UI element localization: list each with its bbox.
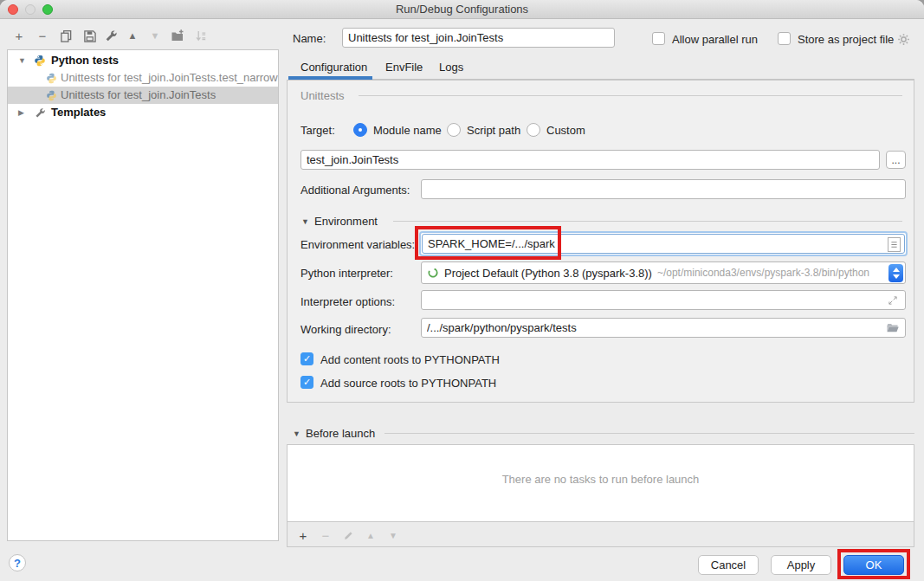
configuration-panel: Unittests Target: Module name Script pat…: [287, 80, 914, 403]
tree-item-label: Unittests for test_join.JoinTests.test_n…: [61, 69, 278, 87]
cancel-button[interactable]: Cancel: [698, 555, 759, 575]
edit-templates-button[interactable]: [102, 27, 120, 44]
move-down-button[interactable]: ▼: [146, 27, 164, 44]
titlebar: Run/Debug Configurations: [0, 0, 924, 19]
chevron-up-icon: [893, 268, 900, 272]
browse-variables-button[interactable]: [888, 237, 901, 252]
unittests-group-title: Unittests: [300, 89, 345, 102]
tab-envfile[interactable]: EnvFile: [385, 61, 423, 74]
radio-script-path-label: Script path: [467, 124, 520, 137]
help-button[interactable]: ?: [9, 554, 26, 571]
remove-task-button[interactable]: −: [317, 526, 334, 544]
working-directory-label: Working directory:: [300, 323, 391, 336]
edit-task-button[interactable]: [339, 526, 357, 544]
python-test-icon: [46, 89, 57, 104]
name-label: Name:: [293, 32, 326, 45]
minus-icon: −: [322, 528, 330, 543]
add-task-button[interactable]: +: [294, 526, 312, 544]
sort-alphabetically-icon: [195, 29, 208, 42]
expand-icon: [888, 295, 898, 306]
target-label: Target:: [300, 124, 335, 137]
before-launch-collapse-icon[interactable]: ▼: [293, 429, 300, 438]
add-content-roots-checkbox[interactable]: ✓: [300, 352, 313, 365]
question-mark-icon: ?: [14, 557, 21, 570]
conda-environment-icon: [427, 267, 439, 279]
interpreter-dropdown-stepper[interactable]: [888, 264, 903, 282]
before-launch-panel: There are no tasks to run before launch …: [287, 444, 914, 547]
gear-icon: [897, 33, 910, 46]
store-as-project-file-label: Store as project file: [798, 33, 894, 46]
allow-parallel-run-checkbox[interactable]: [652, 32, 665, 45]
browse-directory-button[interactable]: [885, 321, 899, 334]
additional-arguments-label: Additional Arguments:: [300, 184, 410, 197]
chevron-down-icon: [893, 274, 900, 279]
move-up-button[interactable]: ▲: [124, 27, 141, 44]
additional-arguments-input[interactable]: [421, 179, 906, 199]
environment-variables-label: Environment variables:: [300, 238, 415, 251]
folder-icon: [886, 322, 899, 334]
environment-variables-field-focus: [419, 231, 908, 256]
interpreter-options-label: Interpreter options:: [300, 295, 395, 308]
wrench-icon: [35, 107, 46, 121]
copy-configuration-button[interactable]: [57, 27, 74, 44]
move-down-icon: ▼: [389, 531, 397, 540]
allow-parallel-run-label: Allow parallel run: [672, 33, 758, 46]
name-input[interactable]: [342, 28, 615, 48]
radio-module-name-label: Module name: [373, 124, 442, 137]
run-debug-configurations-dialog: Run/Debug Configurations + − ▲ ▼ ▼ Pytho…: [0, 0, 924, 581]
section-divider: [384, 433, 914, 434]
sort-configurations-button[interactable]: [192, 27, 210, 44]
module-name-input[interactable]: [300, 150, 880, 170]
environment-variables-input[interactable]: [422, 234, 905, 254]
python-test-icon: [46, 72, 57, 87]
pencil-icon: [343, 530, 354, 541]
radio-module-name[interactable]: [353, 123, 367, 137]
store-settings-gear-button[interactable]: [896, 32, 910, 46]
wrench-icon: [105, 29, 118, 42]
add-source-roots-checkbox[interactable]: ✓: [300, 376, 313, 389]
ok-button[interactable]: OK: [843, 555, 904, 575]
add-content-roots-label: Add content roots to PYTHONPATH: [320, 353, 500, 366]
section-divider: [393, 221, 902, 222]
variables-list-icon: [889, 240, 899, 249]
add-source-roots-label: Add source roots to PYTHONPATH: [320, 377, 496, 390]
chevron-collapsed-icon[interactable]: ▶: [18, 104, 29, 121]
python-interpreter-combobox[interactable]: Project Default (Python 3.8 (pyspark-3.8…: [421, 261, 906, 284]
move-up-icon: ▲: [128, 30, 138, 41]
apply-button[interactable]: Apply: [771, 555, 831, 575]
before-launch-empty-message: There are no tasks to run before launch: [288, 473, 914, 486]
working-directory-input[interactable]: [421, 318, 906, 338]
python-icon: [34, 55, 46, 69]
python-interpreter-path: ~/opt/miniconda3/envs/pyspark-3.8/bin/py…: [657, 267, 869, 279]
interpreter-options-input[interactable]: [421, 290, 906, 310]
tree-item-python-tests[interactable]: ▼ Python tests: [8, 52, 278, 69]
tree-item-unittests-test-narrow[interactable]: Unittests for test_join.JoinTests.test_n…: [8, 69, 278, 87]
save-configuration-button[interactable]: [81, 27, 98, 44]
move-task-up-button[interactable]: ▲: [362, 526, 379, 544]
configurations-tree: ▼ Python tests Unittests for test_join.J…: [7, 49, 279, 541]
save-icon: [83, 29, 96, 42]
radio-custom[interactable]: [527, 123, 540, 137]
chevron-expanded-icon[interactable]: ▼: [18, 52, 29, 69]
python-interpreter-value: Project Default (Python 3.8 (pyspark-3.8…: [444, 267, 652, 280]
move-down-icon: ▼: [151, 30, 160, 41]
expand-field-button[interactable]: [887, 294, 899, 307]
plus-icon: +: [300, 528, 307, 543]
create-folder-button[interactable]: [169, 27, 186, 44]
tab-logs[interactable]: Logs: [439, 61, 463, 74]
add-configuration-button[interactable]: +: [10, 27, 28, 44]
minus-icon: −: [39, 29, 47, 43]
store-as-project-file-checkbox[interactable]: [778, 32, 791, 45]
tree-item-unittests-jointests-selected[interactable]: Unittests for test_join.JoinTests: [8, 87, 278, 104]
tree-item-label: Python tests: [51, 52, 119, 69]
tree-item-templates[interactable]: ▶ Templates: [8, 104, 278, 121]
copy-icon: [60, 29, 73, 42]
remove-configuration-button[interactable]: −: [34, 27, 51, 44]
browse-module-button[interactable]: ...: [886, 151, 906, 169]
move-up-icon: ▲: [366, 531, 375, 540]
tree-item-label: Templates: [51, 104, 106, 121]
move-task-down-button[interactable]: ▼: [384, 526, 402, 544]
tab-configuration[interactable]: Configuration: [300, 61, 367, 74]
environment-collapse-icon[interactable]: ▼: [301, 217, 309, 226]
radio-script-path[interactable]: [447, 123, 461, 137]
